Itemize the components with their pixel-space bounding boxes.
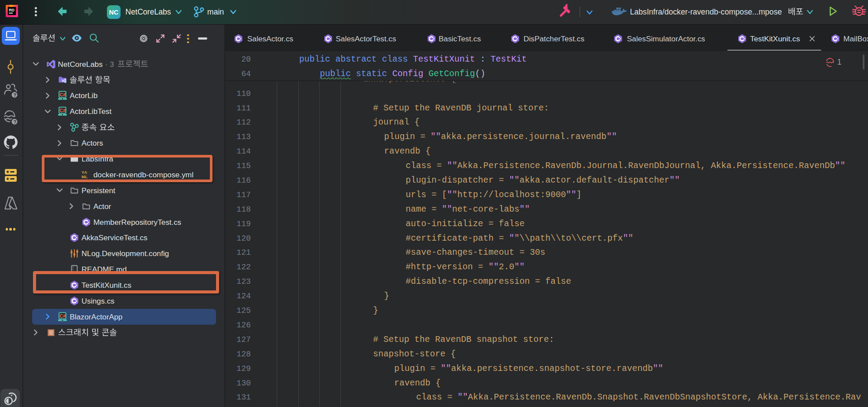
svg-text:C#: C# xyxy=(60,92,66,97)
svg-text:C#: C# xyxy=(60,108,66,113)
svg-text:C#: C# xyxy=(60,313,66,318)
svg-text:RD: RD xyxy=(9,8,15,12)
svg-text:?: ? xyxy=(13,119,16,125)
svg-text:?: ? xyxy=(13,92,16,98)
